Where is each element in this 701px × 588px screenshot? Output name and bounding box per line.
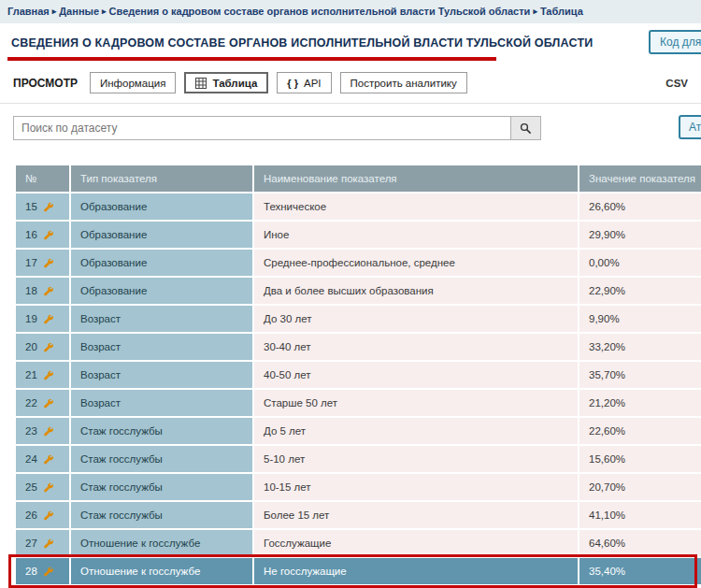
cell-indicator-type: Возраст <box>71 362 252 388</box>
cell-indicator-value: 21,20% <box>579 390 701 416</box>
cell-indicator-type: Возраст <box>71 306 252 332</box>
toolbar-button-label: Информация <box>100 78 165 89</box>
cell-indicator-name: 5-10 лет <box>254 446 578 472</box>
cell-row-number: 26 <box>16 502 69 528</box>
cell-indicator-name: 10-15 лет <box>254 474 578 500</box>
cell-row-number: 21 <box>16 362 69 388</box>
row-number: 21 <box>25 369 37 380</box>
cell-indicator-value: 22,90% <box>579 278 701 304</box>
cell-indicator-type: Образование <box>71 278 252 304</box>
table-row[interactable]: 20Возраст30-40 лет33,20% <box>16 334 701 360</box>
toolbar-button-information[interactable]: Информация <box>90 72 176 93</box>
breadcrumb-item[interactable]: Главная <box>7 6 50 17</box>
cell-indicator-value: 15,60% <box>579 446 701 472</box>
cell-row-number: 28 <box>16 558 69 584</box>
edit-wrench-icon[interactable] <box>43 230 53 240</box>
table-row[interactable]: 23Стаж госслужбыДо 5 лет22,60% <box>16 418 701 444</box>
search-input[interactable] <box>13 116 511 140</box>
breadcrumb-separator: ▸ <box>530 7 540 16</box>
toolbar-button-label: API <box>304 78 322 89</box>
table-row[interactable]: 22ВозрастСтарше 50 лет21,20% <box>16 390 701 416</box>
cell-row-number: 27 <box>16 530 69 556</box>
edit-wrench-icon[interactable] <box>43 566 53 577</box>
table-row[interactable]: 17ОбразованиеСреднее-профессиональное, с… <box>16 250 701 276</box>
table-row[interactable]: 26Стаж госслужбыБолее 15 лет41,10% <box>16 502 701 528</box>
cell-indicator-name: Техническое <box>254 194 578 220</box>
toolbar-button-api[interactable]: { }API <box>277 72 331 93</box>
search-icon <box>520 122 532 135</box>
cell-indicator-name: Госслужащие <box>254 530 578 556</box>
row-number: 17 <box>25 257 37 268</box>
edit-wrench-icon[interactable] <box>43 286 53 296</box>
table-row[interactable]: 24Стаж госслужбы5-10 лет15,60% <box>16 446 701 472</box>
cell-indicator-type: Возраст <box>71 334 252 360</box>
breadcrumb-separator: ▸ <box>99 7 109 16</box>
braces-icon: { } <box>287 78 298 89</box>
edit-wrench-icon[interactable] <box>43 510 53 521</box>
csv-export-link[interactable]: CSV <box>665 78 688 89</box>
annotation-title-underline <box>7 57 496 61</box>
dataset-table: №Тип показателяНаименование показателяЗн… <box>14 164 701 586</box>
table-row[interactable]: 21Возраст40-50 лет35,70% <box>16 362 701 388</box>
cell-indicator-name: Не госслужащие <box>254 558 578 584</box>
edit-wrench-icon[interactable] <box>43 370 53 380</box>
table-row[interactable]: 18ОбразованиеДва и более высших образова… <box>16 278 701 304</box>
row-number: 23 <box>25 425 37 437</box>
cell-indicator-type: Отношение к госслужбе <box>71 530 252 556</box>
table-row[interactable]: 28Отношение к госслужбеНе госслужащие35,… <box>16 558 701 584</box>
toolbar-button-label: Построить аналитику <box>350 78 457 89</box>
edit-wrench-icon[interactable] <box>43 314 53 324</box>
edit-wrench-icon[interactable] <box>43 342 53 352</box>
cell-indicator-type: Образование <box>71 194 252 220</box>
cell-indicator-type: Образование <box>71 222 252 248</box>
view-label: ПРОСМОТР <box>13 77 78 90</box>
cell-indicator-value: 35,70% <box>579 362 701 388</box>
cell-indicator-name: До 30 лет <box>254 306 578 332</box>
row-number: 22 <box>25 397 37 409</box>
edit-wrench-icon[interactable] <box>43 398 53 409</box>
edit-wrench-icon[interactable] <box>43 258 53 268</box>
cell-indicator-name: До 5 лет <box>254 418 578 444</box>
table-row[interactable]: 25Стаж госслужбы10-15 лет20,70% <box>16 474 701 500</box>
breadcrumb-separator: ▸ <box>50 7 60 16</box>
breadcrumb-item[interactable]: Данные <box>59 6 99 17</box>
toolbar-button-label: Таблица <box>212 78 257 89</box>
cell-indicator-name: 30-40 лет <box>254 334 578 360</box>
table-row[interactable]: 27Отношение к госслужбеГосслужащие64,60% <box>16 530 701 556</box>
toolbar-button-table[interactable]: Таблица <box>184 72 268 93</box>
row-number: 28 <box>25 566 37 577</box>
cell-indicator-value: 26,60% <box>579 194 701 220</box>
row-number: 20 <box>25 341 37 352</box>
cell-indicator-type: Возраст <box>71 390 252 416</box>
column-header: Наименование показателя <box>254 165 578 192</box>
cell-row-number: 22 <box>16 390 69 416</box>
edit-wrench-icon[interactable] <box>43 202 53 212</box>
table-row[interactable]: 16ОбразованиеИное29,90% <box>16 222 701 248</box>
row-number: 26 <box>25 509 37 521</box>
cell-row-number: 18 <box>16 278 69 304</box>
breadcrumb: Главная▸Данные▸Сведения о кадровом соста… <box>0 0 701 23</box>
edit-wrench-icon[interactable] <box>43 482 53 493</box>
cell-indicator-value: 0,00% <box>579 250 701 276</box>
cell-indicator-value: 20,70% <box>579 474 701 500</box>
attributes-button[interactable]: Атр <box>679 115 701 139</box>
cell-indicator-type: Образование <box>71 250 252 276</box>
grid-icon <box>195 78 207 89</box>
edit-wrench-icon[interactable] <box>43 454 53 465</box>
search-button[interactable] <box>511 116 541 140</box>
toolbar-button-analytics[interactable]: Построить аналитику <box>340 72 467 93</box>
cell-indicator-value: 33,20% <box>579 334 701 360</box>
cell-indicator-value: 41,10% <box>579 502 701 528</box>
embed-code-button[interactable]: Код для <box>649 30 701 54</box>
cell-indicator-value: 22,60% <box>579 418 701 444</box>
edit-wrench-icon[interactable] <box>43 538 53 549</box>
table-row[interactable]: 19ВозрастДо 30 лет9,90% <box>16 306 701 332</box>
title-row: СВЕДЕНИЯ О КАДРОВОМ СОСТАВЕ ОРГАНОВ ИСПО… <box>11 33 690 53</box>
row-number: 19 <box>25 313 37 324</box>
column-header: Значение показателя <box>579 165 701 192</box>
breadcrumb-item[interactable]: Сведения о кадровом составе органов испо… <box>109 6 531 17</box>
table-row[interactable]: 15ОбразованиеТехническое26,60% <box>16 194 701 220</box>
cell-row-number: 16 <box>16 222 69 248</box>
breadcrumb-item[interactable]: Таблица <box>540 6 583 17</box>
edit-wrench-icon[interactable] <box>43 426 53 437</box>
